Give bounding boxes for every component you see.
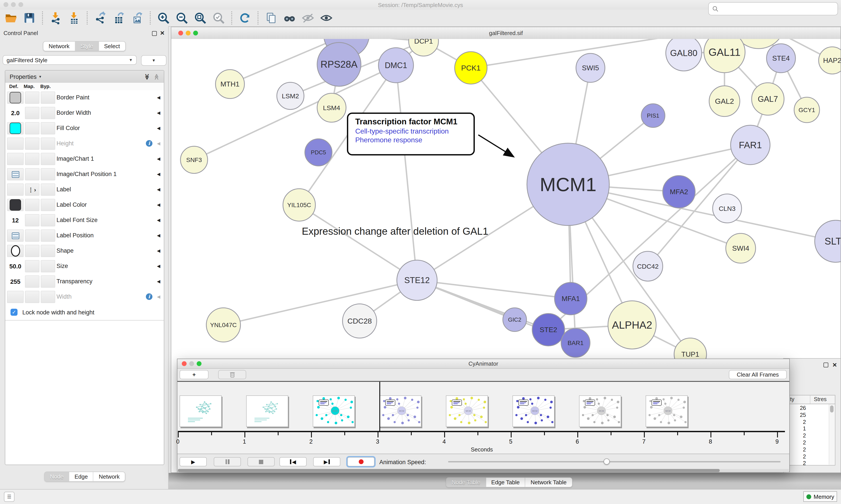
mapping-cell[interactable] bbox=[25, 168, 39, 180]
zoom-in-icon[interactable] bbox=[157, 12, 170, 24]
network-node[interactable]: SLT2 bbox=[815, 220, 841, 262]
mapping-cell[interactable] bbox=[25, 245, 39, 257]
lock-checkbox[interactable]: ✓ bbox=[11, 309, 18, 316]
bypass-cell[interactable] bbox=[41, 260, 55, 272]
expand-row-icon[interactable]: ◀ bbox=[157, 95, 160, 100]
search-box[interactable] bbox=[708, 2, 838, 15]
expand-row-icon[interactable]: ◀ bbox=[157, 218, 160, 222]
expand-row-icon[interactable]: ◀ bbox=[157, 156, 160, 161]
mapping-cell[interactable] bbox=[25, 107, 39, 119]
frame-thumbnail[interactable]: MCM bbox=[446, 395, 488, 427]
animation-speed-slider[interactable] bbox=[448, 461, 781, 463]
mapping-cell[interactable] bbox=[25, 153, 39, 165]
network-node[interactable]: GAL2 bbox=[709, 86, 740, 116]
property-row[interactable]: Label Color◀ bbox=[5, 197, 164, 213]
expand-row-icon[interactable]: ◀ bbox=[157, 110, 160, 115]
bypass-cell[interactable] bbox=[41, 291, 55, 303]
table-scrollbar[interactable] bbox=[829, 404, 835, 465]
annotation-link[interactable]: Pheromone response bbox=[355, 136, 473, 144]
network-node[interactable]: RPS28A bbox=[317, 42, 361, 86]
frame-thumbnail[interactable] bbox=[246, 395, 288, 427]
network-node[interactable]: MFA1 bbox=[555, 283, 587, 315]
default-value-cell[interactable] bbox=[7, 122, 24, 134]
bypass-cell[interactable] bbox=[41, 122, 55, 134]
show-details-icon[interactable] bbox=[320, 12, 333, 24]
node-table[interactable]: ityStres 26252122222 bbox=[786, 395, 835, 466]
frame-thumbnail[interactable]: MCM bbox=[513, 395, 555, 427]
clipboard-icon[interactable] bbox=[265, 12, 278, 24]
expand-row-icon[interactable]: ◀ bbox=[157, 141, 160, 146]
network-window-titlebar[interactable]: galFiltered.sif bbox=[171, 27, 841, 39]
mapping-cell[interactable] bbox=[25, 214, 39, 227]
mapping-cell[interactable] bbox=[25, 91, 39, 104]
float-panel-icon[interactable] bbox=[152, 31, 157, 36]
bypass-cell[interactable] bbox=[41, 168, 55, 180]
stop-button[interactable] bbox=[248, 457, 275, 466]
property-row[interactable]: Border Paint◀ bbox=[5, 90, 164, 106]
save-icon[interactable] bbox=[23, 12, 36, 24]
timeline-scrollbar[interactable] bbox=[178, 469, 789, 472]
bypass-cell[interactable] bbox=[41, 183, 55, 196]
bypass-cell[interactable] bbox=[41, 275, 55, 288]
close-panel-icon[interactable]: ✕ bbox=[832, 362, 837, 368]
open-folder-icon[interactable] bbox=[4, 12, 18, 24]
record-button[interactable] bbox=[347, 457, 375, 466]
network-node[interactable]: MFA2 bbox=[663, 176, 695, 208]
network-node[interactable]: HAP2 bbox=[819, 47, 841, 74]
expand-row-icon[interactable]: ◀ bbox=[157, 294, 160, 299]
property-row[interactable]: 12Label Font Size◀ bbox=[5, 213, 164, 229]
default-value-cell[interactable] bbox=[7, 230, 24, 242]
default-value-cell[interactable] bbox=[7, 245, 24, 257]
network-node[interactable]: DCP1 bbox=[409, 39, 439, 56]
mapping-cell[interactable] bbox=[25, 199, 39, 211]
add-frame-button[interactable]: + bbox=[180, 370, 209, 379]
property-row[interactable]: Fill Color◀ bbox=[5, 121, 164, 137]
export-network-icon[interactable] bbox=[94, 12, 107, 24]
expand-row-icon[interactable]: ◀ bbox=[157, 233, 160, 238]
network-node[interactable]: GCY1 bbox=[794, 97, 820, 123]
import-network-icon[interactable] bbox=[49, 12, 62, 24]
network-node[interactable]: ALPHA2 bbox=[608, 301, 656, 349]
bypass-cell[interactable] bbox=[41, 214, 55, 227]
tab-network[interactable]: Network bbox=[43, 41, 75, 51]
expand-all-icon[interactable]: ≫ bbox=[144, 74, 150, 79]
collapse-all-icon[interactable]: ≫ bbox=[154, 74, 159, 79]
mapping-cell[interactable] bbox=[25, 260, 39, 272]
network-node[interactable]: MTH1 bbox=[215, 70, 245, 98]
network-node[interactable]: PCK1 bbox=[455, 52, 487, 84]
default-value-cell[interactable]: 255 bbox=[7, 275, 24, 288]
network-node[interactable]: LSM2 bbox=[277, 82, 304, 109]
import-table-icon[interactable] bbox=[68, 12, 80, 24]
column-divider[interactable] bbox=[810, 395, 810, 404]
network-node[interactable]: CDC42 bbox=[633, 251, 663, 281]
cyanimator-titlebar[interactable]: CyAnimator bbox=[177, 359, 789, 369]
network-node[interactable]: GAL80 bbox=[666, 39, 702, 71]
properties-header[interactable]: Properties ▾ ≫ ≫ bbox=[5, 71, 164, 83]
bypass-cell[interactable] bbox=[41, 153, 55, 165]
bypass-cell[interactable] bbox=[41, 230, 55, 242]
network-node[interactable]: BAR1 bbox=[561, 328, 590, 357]
default-value-cell[interactable] bbox=[7, 183, 24, 196]
tab-network[interactable]: Network bbox=[93, 472, 125, 481]
network-node[interactable]: CDC28 bbox=[342, 304, 377, 338]
frame-thumbnail[interactable] bbox=[180, 395, 222, 427]
clear-all-frames-button[interactable]: Clear All Frames bbox=[729, 370, 787, 379]
export-image-icon[interactable] bbox=[130, 12, 144, 24]
network-node[interactable]: GIC2 bbox=[503, 308, 526, 331]
style-selector[interactable]: galFiltered Style ▼ bbox=[3, 55, 137, 65]
hide-details-icon[interactable] bbox=[301, 12, 315, 24]
property-row[interactable]: Image/Chart Position 1◀ bbox=[5, 167, 164, 183]
cyanimator-timeline[interactable]: Seconds 0123456789MCMMCMMCMMCMMCMMCM bbox=[177, 382, 789, 454]
binoculars-icon[interactable] bbox=[283, 12, 296, 24]
property-row[interactable]: Image/Chart 1◀ bbox=[5, 151, 164, 167]
mapping-cell[interactable] bbox=[25, 122, 39, 134]
annotation-box[interactable]: Transcription factor MCM1 Cell-type-spec… bbox=[347, 112, 475, 156]
bypass-cell[interactable] bbox=[41, 138, 55, 150]
network-node[interactable]: SWI5 bbox=[576, 53, 605, 82]
bypass-cell[interactable] bbox=[41, 245, 55, 257]
network-node[interactable]: LSM4 bbox=[317, 93, 346, 122]
expand-row-icon[interactable]: ◀ bbox=[157, 279, 160, 284]
bypass-cell[interactable] bbox=[41, 107, 55, 119]
close-panel-icon[interactable]: ✕ bbox=[160, 30, 165, 36]
tab-node-table[interactable]: Node Table bbox=[446, 478, 486, 487]
